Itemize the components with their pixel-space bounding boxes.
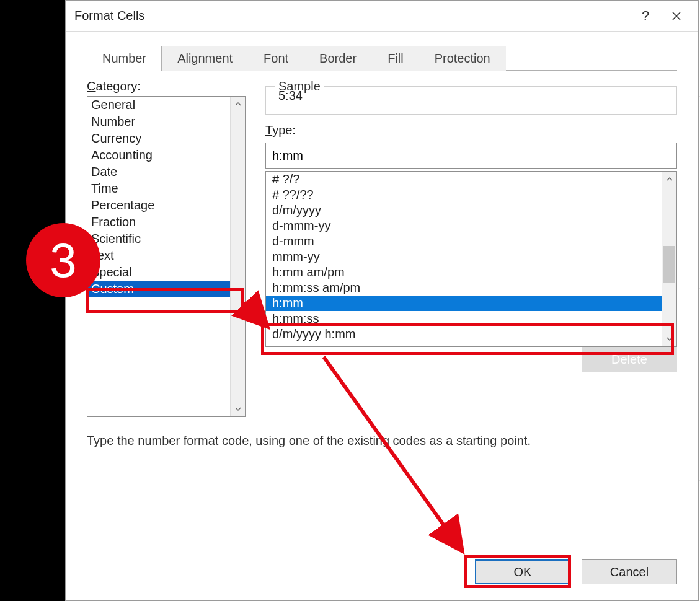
ok-button[interactable]: OK xyxy=(475,559,570,584)
tab-label: Font xyxy=(264,51,288,65)
button-label: Delete xyxy=(611,353,647,367)
button-label: OK xyxy=(514,565,532,579)
tab-label: Alignment xyxy=(177,51,233,65)
list-item-label: d-mmm xyxy=(272,234,314,248)
list-item-label: Accounting xyxy=(91,148,153,162)
list-item-label: # ??/?? xyxy=(272,188,314,201)
tab-strip: Number Alignment Font Border Fill Protec… xyxy=(66,45,698,70)
format-cells-dialog: Format Cells ? Number Alignment Font Bor… xyxy=(65,0,699,601)
list-item-label: Special xyxy=(91,265,132,279)
list-item-label: Currency xyxy=(91,131,141,145)
close-button[interactable] xyxy=(661,1,692,31)
sample-group: Sample 5:34 xyxy=(265,79,677,115)
list-item-label: Scientific xyxy=(91,232,141,245)
type-item[interactable]: # ??/?? xyxy=(266,187,662,203)
tab-alignment[interactable]: Alignment xyxy=(162,46,248,71)
scroll-down-icon[interactable] xyxy=(231,401,246,416)
category-item-general[interactable]: General xyxy=(87,97,230,113)
type-label: Type: xyxy=(265,123,677,138)
type-item[interactable]: d/m/yyyy xyxy=(266,203,662,218)
type-scrollbar[interactable] xyxy=(662,172,676,346)
dialog-title: Format Cells xyxy=(74,9,144,23)
category-scrollbar[interactable] xyxy=(230,97,245,416)
list-item-label: General xyxy=(91,98,135,112)
title-bar: Format Cells ? xyxy=(66,1,698,32)
list-item-label: Fraction xyxy=(91,215,136,229)
scrollbar-thumb[interactable] xyxy=(663,246,675,283)
category-item-percentage[interactable]: Percentage xyxy=(87,197,230,214)
list-item-label: Percentage xyxy=(91,198,154,212)
sample-value: 5:34 xyxy=(275,89,668,103)
category-listbox[interactable]: General Number Currency Accounting Date … xyxy=(87,96,246,417)
type-item[interactable]: h:mm am/pm xyxy=(266,265,662,280)
list-item-label: Time xyxy=(91,182,118,195)
list-item-label: d-mmm-yy xyxy=(272,219,330,232)
type-item[interactable]: mmm-yy xyxy=(266,249,662,265)
type-item[interactable]: h:mm:ss am/pm xyxy=(266,280,662,296)
tab-label: Fill xyxy=(388,51,404,65)
category-item-text[interactable]: Text xyxy=(87,247,230,264)
list-item-label: # ?/? xyxy=(272,172,299,186)
category-item-time[interactable]: Time xyxy=(87,180,230,197)
close-icon xyxy=(671,11,681,21)
list-item-label: d/m/yyyy h:mm xyxy=(272,327,355,341)
scroll-down-icon[interactable] xyxy=(662,331,677,346)
left-black-strip xyxy=(0,0,65,601)
tab-number[interactable]: Number xyxy=(87,46,162,71)
list-item-label: Number xyxy=(91,115,135,128)
list-item-label: h:mm xyxy=(272,296,303,310)
tab-label: Protection xyxy=(435,51,490,65)
help-button[interactable]: ? xyxy=(630,1,661,31)
category-item-special[interactable]: Special xyxy=(87,264,230,281)
tab-border[interactable]: Border xyxy=(304,46,372,71)
help-text: Type the number format code, using one o… xyxy=(87,434,677,448)
scroll-up-icon[interactable] xyxy=(662,172,677,186)
type-item[interactable]: # ?/? xyxy=(266,172,662,187)
cancel-button[interactable]: Cancel xyxy=(582,559,677,584)
tab-fill[interactable]: Fill xyxy=(372,46,419,71)
category-item-scientific[interactable]: Scientific xyxy=(87,230,230,247)
type-listbox[interactable]: # ?/? # ??/?? d/m/yyyy d-mmm-yy d-mmm mm… xyxy=(265,171,677,347)
type-item[interactable]: d-mmm xyxy=(266,234,662,249)
dialog-content: Category: General Number Currency Accoun… xyxy=(66,71,698,417)
list-item-label: h:mm:ss am/pm xyxy=(272,281,360,294)
list-item-label: h:mm am/pm xyxy=(272,265,345,279)
type-item[interactable]: d-mmm-yy xyxy=(266,218,662,234)
scroll-up-icon[interactable] xyxy=(231,97,246,112)
type-input[interactable] xyxy=(265,143,677,169)
tab-font[interactable]: Font xyxy=(248,46,304,71)
tab-label: Border xyxy=(319,51,357,65)
list-item-label: d/m/yyyy xyxy=(272,203,321,217)
button-label: Cancel xyxy=(610,565,649,579)
list-item-label: h:mm:ss xyxy=(272,312,319,325)
tab-label: Number xyxy=(102,51,146,65)
category-item-custom[interactable]: Custom xyxy=(87,281,230,297)
list-item-label: Custom xyxy=(91,282,134,296)
list-item-label: Text xyxy=(91,248,114,262)
tab-protection[interactable]: Protection xyxy=(419,46,506,71)
type-item[interactable]: h:mm:ss xyxy=(266,311,662,327)
dialog-buttons: OK Cancel xyxy=(475,559,677,584)
category-item-accounting[interactable]: Accounting xyxy=(87,147,230,164)
type-item-selected[interactable]: h:mm xyxy=(266,296,662,311)
help-icon: ? xyxy=(642,8,649,24)
category-item-number[interactable]: Number xyxy=(87,113,230,130)
category-item-date[interactable]: Date xyxy=(87,164,230,180)
category-item-currency[interactable]: Currency xyxy=(87,130,230,147)
list-item-label: Date xyxy=(91,165,117,178)
list-item-label: mmm-yy xyxy=(272,250,320,263)
delete-button[interactable]: Delete xyxy=(582,347,677,372)
category-item-fraction[interactable]: Fraction xyxy=(87,214,230,230)
type-item[interactable]: d/m/yyyy h:mm xyxy=(266,327,662,342)
